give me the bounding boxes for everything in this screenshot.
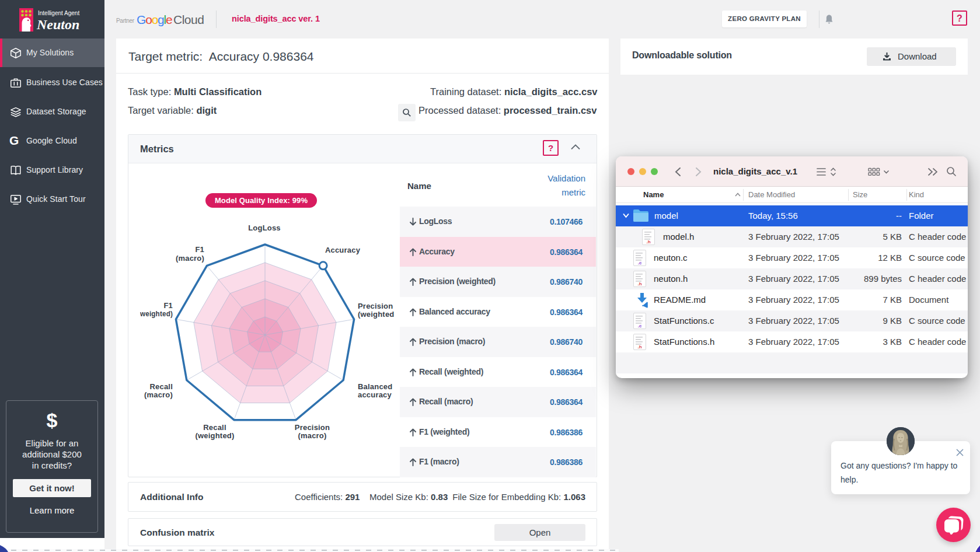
svg-text:Precision: Precision	[358, 302, 393, 310]
svg-text:F1: F1	[195, 245, 204, 254]
svg-text:Accuracy: Accuracy	[325, 246, 361, 254]
svg-text:(macro): (macro)	[176, 254, 204, 263]
svg-text:(weighted): (weighted)	[196, 431, 235, 440]
svg-text:Recall: Recall	[149, 382, 173, 391]
svg-text:LogLoss: LogLoss	[248, 223, 281, 232]
svg-text:accuracy: accuracy	[358, 390, 392, 399]
svg-text:(macro): (macro)	[298, 431, 326, 440]
svg-text:F1: F1	[163, 301, 173, 310]
svg-text:(macro): (macro)	[144, 390, 173, 399]
svg-text:weighted): weighted)	[140, 309, 173, 318]
svg-text:Balanced: Balanced	[358, 382, 392, 391]
svg-text:(weighted: (weighted	[358, 310, 394, 319]
svg-text:Precision: Precision	[295, 423, 330, 432]
svg-text:Recall: Recall	[203, 423, 226, 432]
